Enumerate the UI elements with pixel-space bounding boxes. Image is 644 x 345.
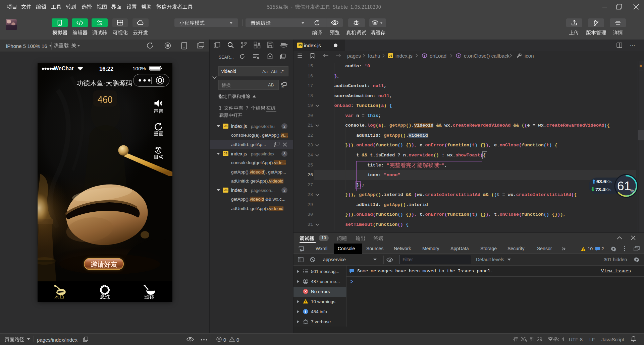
svg-text:ac: ac xyxy=(281,85,284,88)
svg-text:%: % xyxy=(630,188,634,194)
svg-text:61: 61 xyxy=(617,179,631,193)
svg-text:c: c xyxy=(274,144,275,147)
